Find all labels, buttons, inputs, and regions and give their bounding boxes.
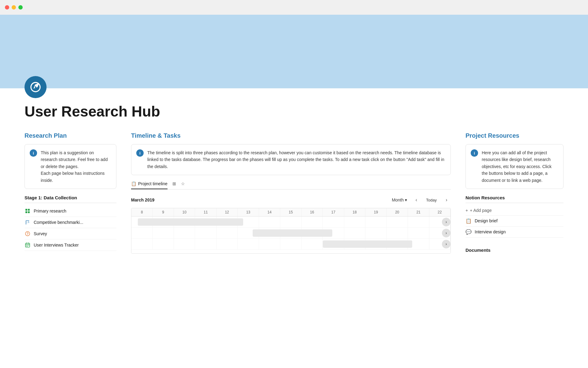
chevron-down-icon: ▾	[405, 197, 407, 202]
row-3-arrow[interactable]: ›	[442, 240, 450, 248]
primary-research-label: Primary research	[34, 209, 66, 213]
timeline-info-text: The timeline is split into three phases …	[147, 149, 446, 170]
date-11: 11	[195, 208, 216, 216]
date-16: 16	[302, 208, 323, 216]
timeline-title: Timeline & Tasks	[131, 132, 451, 139]
date-12: 12	[217, 208, 238, 216]
timeline-grid: 8 9 10 11 12 13 14 15 16 17 18 19 20 21 …	[131, 208, 451, 254]
timeline-block-3	[323, 240, 412, 248]
resources-column: Project Resources i Here you can add all…	[466, 132, 564, 254]
minimize-button[interactable]	[12, 5, 16, 10]
grid-icon	[24, 208, 31, 214]
timeline-dates-row: 8 9 10 11 12 13 14 15 16 17 18 19 20 21 …	[131, 208, 450, 217]
documents-title: Documents	[466, 245, 564, 253]
date-14: 14	[259, 208, 280, 216]
timeline-row-2: ›	[131, 228, 450, 239]
page-title: User Research Hub	[24, 103, 564, 120]
compass-icon	[29, 81, 42, 93]
date-19: 19	[365, 208, 386, 216]
resources-info-box: i Here you can add all of the project re…	[466, 144, 564, 189]
resources-title: Project Resources	[466, 132, 564, 139]
survey-label: Survey	[34, 231, 47, 236]
date-9: 9	[153, 208, 174, 216]
timeline-current-date: March 2019	[131, 197, 154, 202]
page-icon	[24, 76, 47, 98]
svg-rect-10	[26, 245, 27, 246]
info-icon: i	[30, 149, 37, 157]
close-button[interactable]	[5, 5, 9, 10]
svg-rect-12	[28, 245, 29, 246]
star-tab-icon: ☆	[181, 181, 185, 186]
prev-button[interactable]: ‹	[412, 196, 420, 204]
fullscreen-button[interactable]	[18, 5, 23, 10]
svg-text:?: ?	[27, 232, 28, 236]
svg-rect-2	[25, 211, 27, 213]
page-wrapper: User Research Hub Research Plan i This p…	[0, 15, 588, 254]
question-icon: ?	[24, 231, 31, 237]
svg-rect-1	[28, 209, 30, 211]
timeline-tab-icon: 📋	[131, 181, 136, 186]
date-15: 15	[280, 208, 301, 216]
resources-info-text: Here you can add all of the project reso…	[482, 149, 558, 184]
user-interviews-label: User Interviews Tracker	[34, 243, 79, 247]
timeline-row-3: ›	[131, 239, 450, 250]
row-2-arrow[interactable]: ›	[442, 229, 450, 237]
tab-grid[interactable]: ⊞	[172, 181, 176, 189]
today-button[interactable]: Today	[423, 197, 440, 204]
list-item-survey[interactable]: ? Survey	[24, 228, 116, 240]
resource-design-brief[interactable]: 📋 Design brief	[466, 216, 564, 227]
resource-interview-design[interactable]: 💬 Interview design	[466, 227, 564, 238]
timeline-block-1	[138, 218, 243, 226]
timeline-controls: Month ▾ ‹ Today ›	[389, 196, 451, 204]
row-1-arrow[interactable]: ›	[442, 218, 450, 226]
svg-rect-11	[27, 245, 28, 246]
date-18: 18	[344, 208, 365, 216]
design-brief-label: Design brief	[475, 218, 498, 223]
month-dropdown[interactable]: Month ▾	[389, 196, 409, 204]
competitive-label: Competitive benchmarki...	[34, 220, 83, 225]
research-plan-column: Research Plan i This plan is a suggestio…	[24, 132, 116, 254]
svg-rect-3	[28, 211, 30, 213]
resources-info-icon: i	[471, 149, 478, 157]
notion-resources-title: Notion Resources	[466, 195, 564, 203]
design-brief-icon: 📋	[466, 218, 472, 224]
tab-project-timeline-label: Project timeline	[138, 181, 168, 186]
month-label: Month	[392, 197, 404, 202]
add-page-button[interactable]: + + Add page	[466, 205, 564, 216]
date-22: 22	[429, 208, 450, 216]
timeline-tabs: 📋 Project timeline ⊞ ☆	[131, 181, 451, 190]
date-8: 8	[131, 208, 153, 216]
timeline-info-icon: i	[136, 149, 144, 157]
date-13: 13	[238, 208, 259, 216]
date-10: 10	[174, 208, 195, 216]
interview-design-icon: 💬	[466, 229, 472, 235]
calendar-icon	[24, 242, 31, 248]
date-21: 21	[408, 208, 429, 216]
grid-tab-icon: ⊞	[172, 181, 176, 186]
timeline-row-1: ›	[131, 217, 450, 228]
list-item-primary-research[interactable]: Primary research	[24, 205, 116, 217]
date-20: 20	[387, 208, 408, 216]
page-icon-area	[0, 76, 588, 98]
timeline-info-box: i The timeline is split into three phase…	[131, 144, 451, 175]
timeline-block-2	[253, 229, 333, 237]
page-title-area: User Research Hub	[0, 103, 588, 120]
tab-star[interactable]: ☆	[181, 181, 185, 189]
title-bar	[0, 0, 588, 15]
svg-rect-13	[26, 246, 27, 247]
next-button[interactable]: ›	[442, 196, 451, 204]
add-icon: +	[466, 208, 468, 213]
timeline-column: Timeline & Tasks i The timeline is split…	[131, 132, 451, 254]
stage-heading: Stage 1: Data Collection	[24, 195, 116, 203]
add-page-label: + Add page	[470, 208, 492, 213]
list-item-user-interviews[interactable]: User Interviews Tracker	[24, 240, 116, 251]
date-17: 17	[323, 208, 344, 216]
svg-rect-14	[27, 246, 28, 247]
list-item-competitive[interactable]: Competitive benchmarki...	[24, 217, 116, 228]
tab-project-timeline[interactable]: 📋 Project timeline	[131, 181, 168, 189]
svg-rect-0	[25, 209, 27, 211]
content-area: Research Plan i This plan is a suggestio…	[0, 132, 588, 254]
flag-icon	[24, 219, 31, 225]
timeline-body: ›	[131, 217, 450, 253]
interview-design-label: Interview design	[475, 229, 506, 234]
